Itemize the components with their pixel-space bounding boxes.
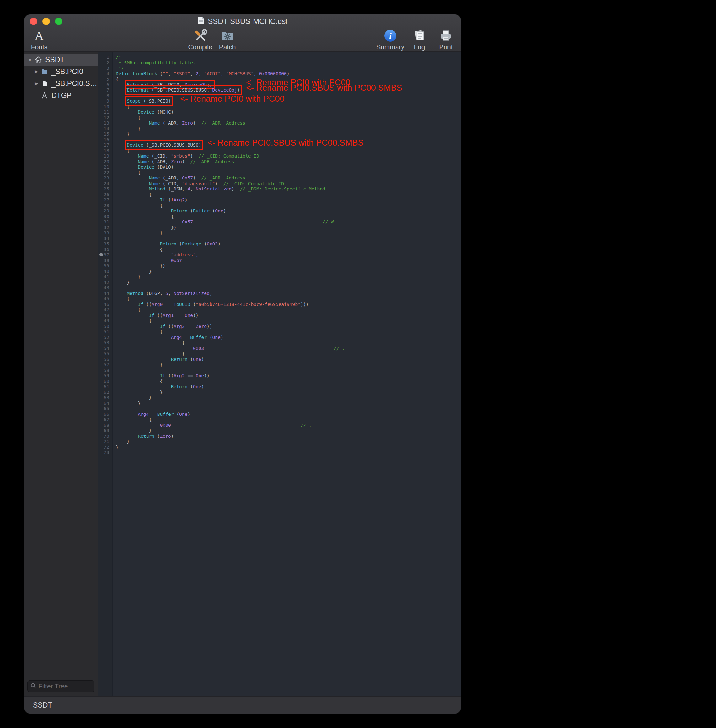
line-number: 36: [98, 247, 112, 252]
line-number: 40: [98, 268, 112, 274]
code-pane[interactable]: /* * SMBus compatibility table. */Defini…: [113, 52, 461, 696]
line-number: 32: [98, 224, 112, 231]
code-line: }: [116, 395, 461, 400]
line-number: 11: [98, 109, 112, 115]
filter-tree-field: [27, 680, 94, 692]
code-line: }: [116, 280, 461, 285]
line-number: 38: [98, 258, 112, 263]
code-line: {: [116, 115, 461, 120]
code-line: Name (_CID, "smbus") // _CID: Compatible…: [116, 153, 461, 159]
code-line: If (!Arg2): [116, 197, 461, 203]
minimize-button[interactable]: [42, 18, 50, 25]
code-line: Name (_ADR, 0x57) // _ADR: Address: [116, 175, 461, 181]
method-compass-icon: [41, 91, 49, 100]
disclosure-closed-icon[interactable]: ▶: [33, 69, 40, 74]
line-number: 52: [98, 335, 112, 340]
line-number: 43: [98, 285, 112, 291]
code-line: Return (Zero): [116, 433, 461, 439]
filter-tree-input[interactable]: [38, 682, 91, 690]
code-line: }: [116, 444, 461, 450]
patch-annotation: <- Rename PCI0 with PC00: [180, 96, 284, 102]
code-line: }): [116, 263, 461, 268]
sidebar-item-sb-pci0[interactable]: ▶ _SB.PCI0: [24, 65, 97, 77]
sidebar-item-dtgp[interactable]: DTGP: [24, 89, 97, 102]
line-number-gutter: 1234567891011121314151617181920212223242…: [98, 52, 113, 696]
document-icon: [41, 79, 49, 88]
code-line: {: [116, 170, 461, 175]
line-number: 33: [98, 230, 112, 236]
line-number: 19: [98, 153, 112, 159]
line-number: 3: [98, 65, 112, 71]
line-number: 59: [98, 373, 112, 378]
code-line: If ((Arg2 == Zero)): [116, 323, 461, 329]
line-number: 45: [98, 296, 112, 302]
titlebar[interactable]: SSDT-SBUS-MCHC.dsl: [24, 14, 461, 28]
line-number: 50: [98, 323, 112, 329]
fonts-button[interactable]: A Fonts: [28, 28, 50, 50]
summary-label: Summary: [376, 44, 404, 50]
patch-highlight-box: External (_SB_.PCI0.SBUS.BUS0, DeviceObj…: [127, 87, 240, 93]
line-number: 63: [98, 395, 112, 400]
log-pages-icon: [413, 28, 426, 43]
line-number: 8: [98, 93, 112, 99]
sidebar-item-label: _SB.PCI0.SBU...: [52, 79, 97, 88]
line-number: 57: [98, 362, 112, 367]
line-number: 4: [98, 71, 112, 77]
code-line: Device (DVL0): [116, 164, 461, 170]
code-line: 0x57: [116, 258, 461, 263]
code-line: Device (MCHC): [116, 109, 461, 115]
compile-button[interactable]: Compile: [188, 28, 212, 50]
line-number: 42: [98, 280, 112, 285]
patch-button[interactable]: Patch: [216, 28, 239, 50]
code-line: Return (Package (0x02): [116, 241, 461, 247]
code-line: {: [116, 104, 461, 109]
code-line: If ((Arg2 == One)): [116, 373, 461, 378]
line-number: 22: [98, 170, 112, 175]
code-line: If ((Arg0 == ToUUID ("a0b5b7c6-1318-441c…: [116, 302, 461, 307]
code-line: {: [116, 318, 461, 323]
disclosure-open-icon[interactable]: ▼: [27, 57, 33, 62]
folder-icon: [41, 67, 49, 76]
window-title-text: SSDT-SBUS-MCHC.dsl: [208, 17, 287, 26]
code-line: Name (_ADR, Zero) // _ADR: Address: [116, 159, 461, 164]
code-editor[interactable]: 1234567891011121314151617181920212223242…: [98, 52, 461, 696]
code-line: }: [116, 274, 461, 280]
zoom-button[interactable]: [55, 18, 62, 25]
print-icon: [439, 28, 453, 43]
code-line: Scope (_SB.PCI0)<- Rename PCI0 with PC00: [116, 98, 461, 104]
code-line: {: [116, 296, 461, 302]
disclosure-closed-icon[interactable]: ▶: [33, 80, 40, 86]
print-button[interactable]: Print: [435, 28, 457, 50]
code-line: [116, 450, 461, 455]
line-number: 5: [98, 76, 112, 82]
line-number: 41: [98, 274, 112, 280]
code-line: {: [116, 148, 461, 153]
patch-annotation: <- Rename PCI0.SBUS with PC00.SMBS: [208, 140, 363, 146]
sidebar-item-ssdt[interactable]: ▼ SSDT: [24, 54, 97, 65]
code-line: }: [116, 351, 461, 356]
code-line: Device (_SB.PCI0.SBUS.BUS0)<- Rename PCI…: [116, 142, 461, 148]
line-number: 10: [98, 104, 112, 109]
patch-label: Patch: [219, 44, 236, 50]
sidebar-item-sb-pci0-sbus[interactable]: ▶ _SB.PCI0.SBU...: [24, 77, 97, 89]
search-icon: [30, 683, 36, 690]
code-line: {: [116, 378, 461, 384]
line-number: 18: [98, 148, 112, 153]
line-number: 55: [98, 351, 112, 356]
code-line: {: [116, 340, 461, 346]
code-line: }: [116, 400, 461, 406]
close-button[interactable]: [30, 18, 37, 25]
code-line: {: [116, 417, 461, 422]
print-label: Print: [439, 44, 452, 50]
line-number: 49: [98, 318, 112, 323]
code-line: Name (_CID, "diagsvault") // _CID: Compa…: [116, 181, 461, 187]
code-line: {: [116, 203, 461, 208]
compile-label: Compile: [188, 44, 212, 50]
code-line: [116, 285, 461, 291]
code-line: "address",: [116, 252, 461, 258]
window-header: SSDT-SBUS-MCHC.dsl A Fonts: [24, 14, 461, 52]
fonts-icon: A: [35, 28, 44, 43]
summary-button[interactable]: i Summary: [376, 28, 404, 50]
patch-icon: [220, 28, 235, 43]
log-button[interactable]: Log: [408, 28, 431, 50]
